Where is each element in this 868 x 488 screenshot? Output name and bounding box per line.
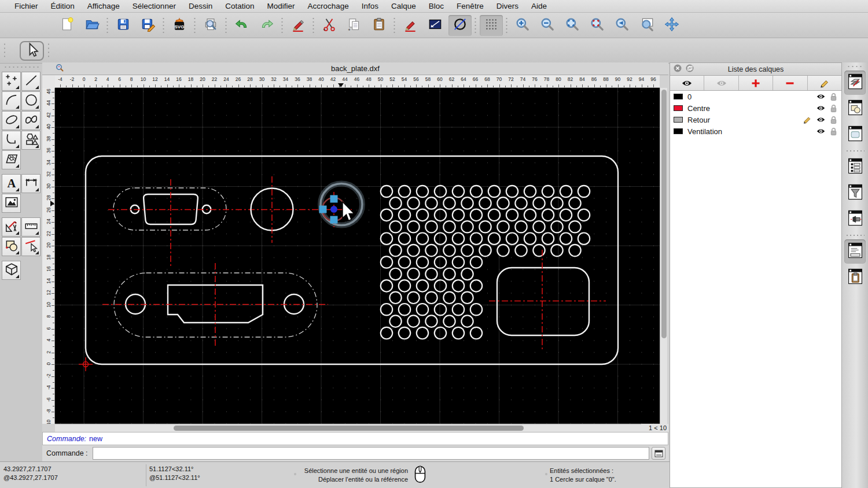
drawing-canvas[interactable] <box>55 88 660 424</box>
menu-affichage[interactable]: Affichage <box>81 2 126 10</box>
remove-layer-button[interactable] <box>773 76 807 90</box>
tool-blocks-button[interactable] <box>2 237 21 256</box>
layer-row-ventilation[interactable]: Ventilation <box>670 125 841 137</box>
horizontal-scrollbar[interactable] <box>55 424 641 432</box>
selection-center-point[interactable] <box>330 206 337 213</box>
undo-button[interactable] <box>230 15 253 36</box>
menu-divers[interactable]: Divers <box>490 2 525 10</box>
zoom-out-button[interactable] <box>536 15 559 36</box>
add-layer-button[interactable] <box>739 76 773 90</box>
pen-edit-button[interactable] <box>399 15 422 36</box>
tool-points-button[interactable] <box>2 72 21 91</box>
menu-calque[interactable]: Calque <box>385 2 422 10</box>
tool-shapes-button[interactable] <box>21 131 41 150</box>
spline-icon <box>24 112 39 130</box>
dock-clipboard-dock-button[interactable] <box>844 265 866 290</box>
layer-row-retour[interactable]: Retour <box>670 114 841 125</box>
tool-polyline-button[interactable] <box>2 131 21 150</box>
save-icon <box>116 17 131 34</box>
open-folder-button[interactable] <box>80 15 104 36</box>
selection-handle-top[interactable] <box>330 195 338 203</box>
tool-dimension-button[interactable] <box>21 174 41 193</box>
float-panel-icon[interactable] <box>686 64 694 75</box>
circle-diagonal-button[interactable] <box>448 15 472 36</box>
line-rect-button[interactable] <box>424 15 447 36</box>
layer-row-0[interactable]: 0 <box>670 91 841 102</box>
menu-infos[interactable]: Infos <box>355 2 385 10</box>
menu-fenetre[interactable]: Fenêtre <box>450 2 490 10</box>
menu-fichier[interactable]: Fichier <box>8 2 45 10</box>
mouse-cursor[interactable] <box>343 202 354 221</box>
cut-button[interactable]: + <box>318 15 341 36</box>
tool-image-button[interactable] <box>2 194 21 213</box>
edit-layer-button[interactable] <box>808 76 841 90</box>
rect-cutout[interactable] <box>497 268 589 335</box>
menu-edition[interactable]: Édition <box>45 2 81 10</box>
layer-lock-icon[interactable] <box>830 127 837 136</box>
layer-visibility-eye-icon[interactable] <box>816 128 826 135</box>
save-as-button[interactable] <box>137 15 160 36</box>
palette-drag-handle[interactable] <box>3 65 39 71</box>
new-document-button[interactable] <box>56 15 79 36</box>
tool-text-button[interactable]: A <box>2 174 21 193</box>
menu-dessin[interactable]: Dessin <box>182 2 219 10</box>
zoom-previous-button[interactable] <box>586 15 609 36</box>
zoom-pan-button[interactable] <box>660 15 683 36</box>
menu-accrochage[interactable]: Accrochage <box>301 2 355 10</box>
tool-arc-button[interactable] <box>2 91 21 110</box>
dock-entity-list-button[interactable] <box>844 155 866 179</box>
vertical-scrollbar[interactable] <box>660 88 667 424</box>
tool-circle-button[interactable] <box>21 91 41 110</box>
command-keyboard-button[interactable] <box>652 447 665 460</box>
copy-button[interactable]: + <box>343 15 366 36</box>
menu-cotation[interactable]: Cotation <box>219 2 260 10</box>
layer-visibility-eye-icon[interactable] <box>816 116 826 123</box>
dock-layer-list-button[interactable] <box>844 71 866 95</box>
print-preview-button[interactable] <box>199 15 222 36</box>
dock-filter-button[interactable] <box>844 181 866 205</box>
layer-lock-icon[interactable] <box>830 104 837 113</box>
tool-measure-button[interactable] <box>21 217 41 236</box>
dock-command-line-button[interactable] <box>844 239 866 264</box>
tool-line-button[interactable] <box>21 72 41 91</box>
horizontal-scrollbar-thumb[interactable] <box>174 426 524 431</box>
show-all-layers-button[interactable] <box>670 76 704 90</box>
draw-pencil-button[interactable] <box>286 15 310 36</box>
tool-hatch-button[interactable] <box>2 150 21 169</box>
snap-grid-button[interactable] <box>480 15 503 36</box>
close-icon[interactable] <box>674 64 682 75</box>
layer-visibility-eye-icon[interactable] <box>816 105 826 112</box>
layer-lock-icon[interactable] <box>830 93 837 101</box>
layer-visibility-eye-icon[interactable] <box>816 93 826 100</box>
layer-lock-icon[interactable] <box>830 116 837 124</box>
redo-button[interactable] <box>255 15 278 36</box>
tool-cube-button[interactable] <box>2 261 21 280</box>
menu-selectionner[interactable]: Sélectionner <box>126 2 182 10</box>
dock-exploded-view-button[interactable] <box>844 207 866 231</box>
zoom-auto-button[interactable] <box>561 15 584 36</box>
toolbar-drag-handle[interactable] <box>46 42 51 60</box>
zoom-in-button[interactable] <box>511 15 534 36</box>
paste-button[interactable] <box>367 15 391 36</box>
zoom-back-button[interactable] <box>610 15 634 36</box>
selection-handle-bottom[interactable] <box>330 216 338 224</box>
dock-library-browser-button[interactable] <box>844 123 866 147</box>
selection-handle-left[interactable] <box>319 206 327 213</box>
hide-all-layers-button[interactable] <box>704 76 738 90</box>
command-input[interactable] <box>93 447 649 460</box>
select-tool-button[interactable] <box>20 41 44 61</box>
menu-aide[interactable]: Aide <box>525 2 553 10</box>
tool-modify-button[interactable] <box>21 237 41 256</box>
zoom-window-button[interactable] <box>635 15 659 36</box>
save-button[interactable] <box>112 15 135 36</box>
vertical-scrollbar-thumb[interactable] <box>661 90 667 338</box>
tool-spline-button[interactable] <box>21 111 41 130</box>
toolbar-drag-handle[interactable] <box>2 42 7 60</box>
tool-sketch-tools-button[interactable] <box>2 217 21 236</box>
dock-block-list-button[interactable] <box>844 97 866 121</box>
layer-row-centre[interactable]: Centre <box>670 102 841 114</box>
menu-bloc[interactable]: Bloc <box>422 2 450 10</box>
tool-ellipse-button[interactable] <box>2 111 21 130</box>
svg-export-button[interactable]: SVG <box>168 15 191 36</box>
menu-modifier[interactable]: Modifier <box>260 2 301 10</box>
